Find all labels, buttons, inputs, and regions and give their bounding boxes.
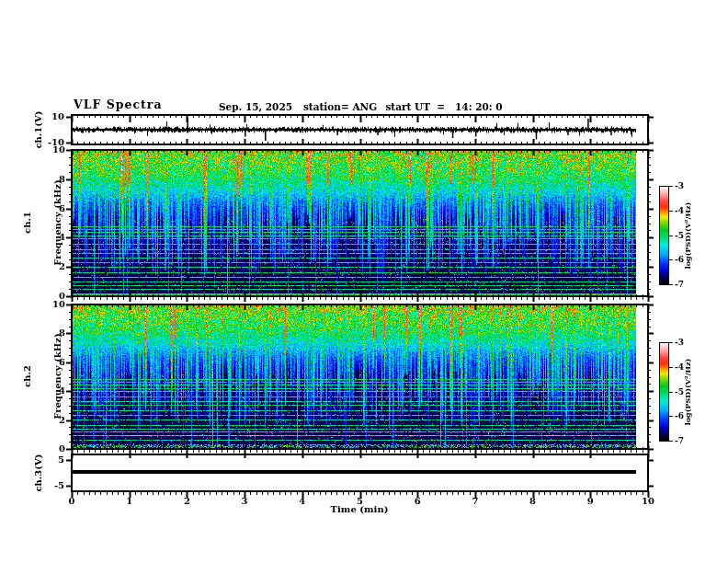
time-tick-label: 4 (299, 497, 305, 506)
colorbar2-tick-label: -5 (675, 387, 684, 396)
colorbar1-tick-label: -3 (675, 182, 684, 190)
ch3-voltage-axis-label: ch.3(V) (34, 454, 43, 491)
vlf-spectra-figure: VLF Spectra Sep. 15, 2025 station= ANG s… (0, 0, 728, 563)
spec1-freq-tick-label: 4 (59, 233, 65, 242)
time-tick-label: 2 (184, 497, 190, 506)
time-tick-label: 0 (69, 497, 75, 506)
colorbar2-tick-label: -7 (675, 437, 684, 445)
colorbar2-tick-label: -3 (675, 339, 684, 347)
spec1-freq-tick-label: 10 (52, 145, 65, 155)
time-tick-label: 7 (472, 497, 478, 506)
colorbar1-tick-label: -6 (675, 256, 684, 264)
spec2-freq-tick-label: 4 (59, 386, 65, 396)
figure-title: VLF Spectra (74, 99, 163, 111)
colorbar1-tick-label: -7 (675, 281, 684, 289)
time-tick-label: 9 (587, 497, 594, 506)
colorbar1-tick-label: -4 (675, 206, 684, 214)
spec2-freq-tick-label: 10 (52, 300, 65, 309)
spec2-freq-tick-label: 2 (59, 416, 65, 425)
ch3-voltage-tick-bottom: -5 (54, 481, 64, 490)
date-label: Sep. 15, 2025 (219, 102, 292, 112)
spec2-channel-name: ch.2 (22, 333, 32, 419)
spec2-frequency-axis-label: Frequency (kHz) (52, 333, 63, 419)
time-tick-label: 3 (242, 497, 248, 506)
time-tick-label: 5 (357, 497, 363, 506)
time-tick-label: 8 (529, 497, 536, 506)
plot-canvas (0, 0, 728, 563)
time-tick-label: 1 (126, 497, 132, 506)
colorbar1-tick-label: -5 (675, 231, 684, 239)
ch1-voltage-axis-label: ch.1(V) (34, 110, 43, 148)
spec1-freq-tick-label: 2 (59, 262, 65, 271)
ch1-voltage-tick-top: 10 (51, 112, 64, 121)
colorbar2-unit-label: log(PSD)(V²/Hz) (684, 359, 691, 426)
spec1-channel-name: ch.1 (22, 179, 32, 265)
spec1-freq-tick-label: 8 (59, 175, 65, 184)
spec2-freq-tick-label: 8 (59, 328, 65, 338)
colorbar2-tick-label: -6 (675, 412, 684, 420)
spec1-axis-label: ch.1 Frequency (kHz) (2, 179, 83, 265)
time-tick-label: 6 (415, 497, 421, 506)
spec2-axis-label: ch.2 Frequency (kHz) (2, 333, 83, 419)
time-tick-label: 10 (642, 497, 654, 506)
spec1-freq-tick-label: 6 (59, 204, 65, 213)
time-axis-label: Time (min) (331, 505, 389, 514)
colorbar1-unit-label: log(PSD)(V²/Hz) (684, 202, 691, 270)
spec1-frequency-axis-label: Frequency (kHz) (52, 179, 63, 265)
spec2-freq-tick-label: 0 (59, 444, 65, 454)
start-ut-label: start UT = 14: 20: 0 (385, 102, 502, 112)
spec2-freq-tick-label: 6 (59, 358, 65, 367)
ch3-voltage-tick-top: 5 (58, 455, 64, 465)
colorbar2-tick-label: -4 (675, 362, 684, 371)
station-label: station= ANG (303, 102, 377, 112)
